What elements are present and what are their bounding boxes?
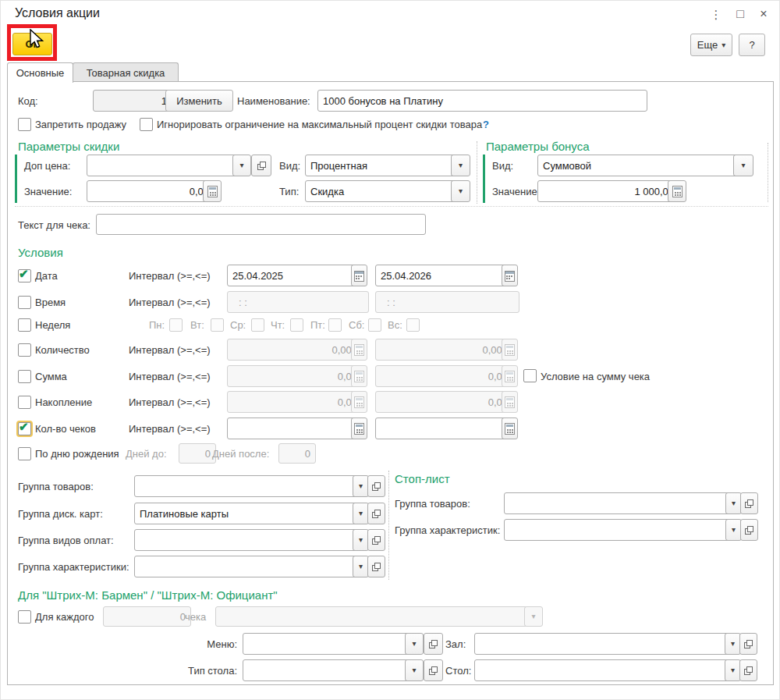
discount-kind-dropdown-button[interactable]: ▾	[451, 155, 470, 176]
stoplist-characteristics-dropdown-button[interactable]: ▾	[725, 519, 742, 541]
payment-group-open-button[interactable]	[367, 529, 385, 551]
discount-type-select[interactable]: Скидка	[305, 180, 463, 202]
goods-group-label: Группа товаров:	[18, 481, 94, 492]
extra-price-open-button[interactable]	[251, 155, 271, 176]
hall-open-button[interactable]	[739, 633, 757, 655]
tab-product-discount[interactable]: Товарная скидка	[73, 62, 179, 83]
receipt-text-input[interactable]	[96, 214, 426, 235]
goods-group-combo[interactable]	[134, 475, 364, 497]
weekday-tue-checkbox	[211, 318, 224, 332]
table-open-button[interactable]	[739, 659, 757, 681]
bonus-kind-select[interactable]: Суммовой	[537, 155, 743, 176]
stoplist-characteristics-open-button[interactable]	[740, 519, 758, 541]
time-checkbox[interactable]	[18, 296, 31, 309]
date-checkbox[interactable]: ✔	[18, 269, 31, 282]
date-to-calendar-button[interactable]	[502, 265, 518, 286]
hall-dropdown-button[interactable]: ▾	[725, 633, 741, 655]
maximize-icon[interactable]: □	[732, 6, 748, 22]
close-icon[interactable]: ×	[756, 6, 771, 22]
accumulation-from-input: 0,00	[227, 391, 363, 413]
date-from-input[interactable]: 25.04.2025	[227, 265, 363, 286]
ignore-limit-checkbox[interactable]	[140, 118, 153, 131]
accumulation-to-input: 0,00	[375, 391, 513, 413]
section-divider	[768, 143, 768, 202]
characteristic-group-dropdown-button[interactable]: ▾	[353, 556, 369, 577]
table-type-combo[interactable]	[243, 659, 417, 681]
each-check-checkbox[interactable]	[18, 610, 31, 624]
characteristic-group-open-button[interactable]	[367, 556, 385, 577]
calculator-icon	[505, 344, 515, 356]
discount-value-calc-button[interactable]	[203, 180, 222, 202]
calculator-icon	[354, 371, 364, 382]
change-button[interactable]: Изменить	[165, 90, 233, 112]
code-field: 1	[93, 90, 172, 112]
table-dropdown-button[interactable]: ▾	[725, 659, 741, 681]
weekday-mon-label: Пн:	[149, 319, 165, 331]
payment-group-dropdown-button[interactable]: ▾	[353, 529, 369, 551]
quantity-label: Количество	[35, 344, 90, 356]
birthday-checkbox[interactable]	[18, 447, 31, 460]
sum-checkbox[interactable]	[18, 370, 31, 383]
name-input[interactable]: 1000 бонусов на Платину	[317, 90, 647, 112]
payment-group-combo[interactable]	[134, 529, 364, 551]
card-group-dropdown-button[interactable]: ▾	[353, 503, 369, 524]
stoplist-characteristics-combo[interactable]	[504, 519, 737, 541]
code-label: Код:	[18, 95, 38, 107]
ignore-limit-help-link[interactable]: ?	[483, 119, 489, 130]
hall-combo[interactable]	[474, 633, 736, 655]
characteristic-group-combo[interactable]	[134, 556, 364, 577]
help-button[interactable]: ?	[739, 34, 765, 56]
chevron-down-icon: ▾	[459, 162, 463, 169]
accumulation-checkbox[interactable]	[18, 396, 31, 409]
quantity-checkbox[interactable]	[18, 343, 31, 357]
check-count-from-calc-button[interactable]	[351, 418, 367, 439]
more-button[interactable]: Еще ▾	[690, 34, 732, 56]
check-count-to-calc-button[interactable]	[502, 418, 518, 439]
menu-dropdown-button[interactable]: ▾	[405, 633, 424, 655]
discount-type-dropdown-button[interactable]: ▾	[451, 180, 470, 202]
open-icon	[745, 499, 753, 508]
chevron-down-icon: ▾	[459, 187, 463, 195]
window-menu-icon[interactable]: ⋮	[709, 7, 723, 23]
quantity-to-input: 0,000	[375, 339, 513, 361]
bonus-value-calc-button[interactable]	[668, 180, 686, 202]
open-icon	[745, 526, 753, 535]
date-from-calendar-button[interactable]	[351, 265, 367, 286]
card-group-open-button[interactable]	[367, 503, 385, 524]
sum-receipt-condition-checkbox[interactable]	[523, 369, 537, 382]
date-to-input[interactable]: 25.04.2026	[375, 265, 513, 286]
extra-price-combo[interactable]	[87, 155, 243, 176]
check-count-checkbox[interactable]: ✔	[18, 422, 31, 435]
sum-from-input: 0,00	[227, 365, 363, 387]
discount-value-input[interactable]: 0,00	[87, 180, 214, 202]
stoplist-goods-dropdown-button[interactable]: ▾	[725, 492, 742, 514]
week-label: Неделя	[35, 319, 70, 331]
stoplist-goods-open-button[interactable]	[740, 492, 758, 514]
table-type-label: Тип стола:	[157, 665, 237, 677]
tab-main[interactable]: Основные	[7, 62, 73, 83]
bonus-kind-dropdown-button[interactable]: ▾	[733, 155, 753, 176]
check-count-from-input[interactable]: 0	[227, 418, 363, 439]
goods-group-dropdown-button[interactable]: ▾	[353, 475, 369, 497]
check-icon: ✔	[19, 420, 29, 434]
open-icon	[372, 482, 381, 491]
forbid-sale-checkbox[interactable]	[18, 118, 31, 131]
table-label: Стол:	[445, 665, 471, 677]
goods-group-open-button[interactable]	[367, 475, 385, 497]
bonus-value-input[interactable]: 1 000,00	[537, 180, 679, 202]
menu-combo[interactable]	[243, 633, 417, 655]
table-combo[interactable]	[474, 659, 736, 681]
chevron-down-icon: ▾	[239, 162, 243, 169]
bonus-kind-label: Вид:	[492, 160, 513, 172]
week-checkbox[interactable]	[18, 318, 31, 332]
table-type-open-button[interactable]	[424, 659, 443, 681]
check-count-to-input[interactable]: 0	[375, 418, 513, 439]
discount-type-label: Тип:	[279, 186, 299, 197]
accumulation-label: Накопление	[35, 396, 92, 408]
menu-open-button[interactable]	[424, 633, 443, 655]
table-type-dropdown-button[interactable]: ▾	[405, 659, 424, 681]
stoplist-goods-combo[interactable]	[504, 492, 737, 514]
card-group-combo[interactable]: Платиновые карты	[134, 503, 364, 524]
extra-price-dropdown-button[interactable]: ▾	[232, 155, 251, 176]
discount-kind-select[interactable]: Процентная	[305, 155, 463, 176]
